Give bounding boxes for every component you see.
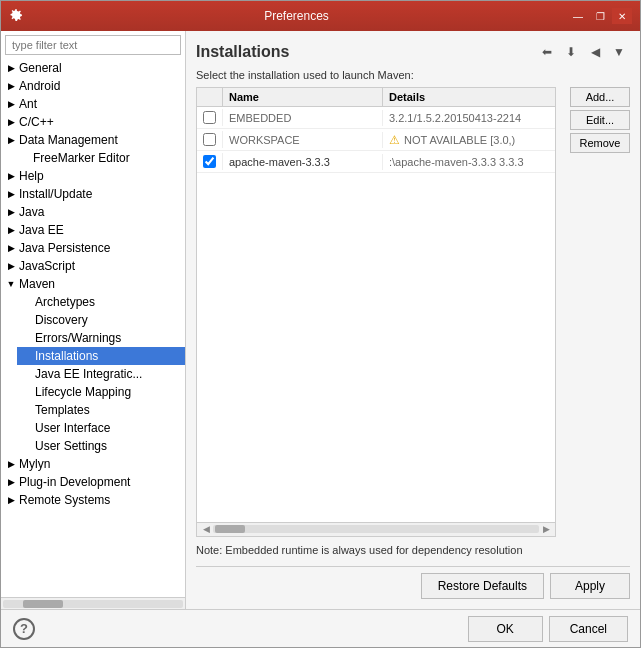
sidebar-item-templates[interactable]: Templates: [17, 401, 185, 419]
arrow-errors-warnings: [21, 332, 33, 344]
sidebar-item-freemarker[interactable]: FreeMarker Editor: [1, 149, 185, 167]
restore-button[interactable]: ❐: [590, 8, 610, 24]
arrow-templates: [21, 404, 33, 416]
h-scrollbar-thumb[interactable]: [215, 525, 245, 533]
sidebar-item-discovery[interactable]: Discovery: [17, 311, 185, 329]
add-button[interactable]: Add...: [570, 87, 630, 107]
tree-area: ▶ General ▶ Android ▶ Ant ▶ C/C++: [1, 59, 185, 597]
table-row[interactable]: EMBEDDED 3.2.1/1.5.2.20150413-2214: [197, 107, 555, 129]
scroll-right-button[interactable]: ▶: [539, 524, 553, 534]
close-button[interactable]: ✕: [612, 8, 632, 24]
sidebar-item-archetypes[interactable]: Archetypes: [17, 293, 185, 311]
arrow-maven: ▼: [5, 278, 17, 290]
sidebar-item-java[interactable]: ▶ Java: [1, 203, 185, 221]
apply-button[interactable]: Apply: [550, 573, 630, 599]
sidebar-item-data-management[interactable]: ▶ Data Management: [1, 131, 185, 149]
remove-button[interactable]: Remove: [570, 133, 630, 153]
table-header: Name Details: [197, 88, 555, 107]
edit-button[interactable]: Edit...: [570, 110, 630, 130]
arrow-general: ▶: [5, 62, 17, 74]
sidebar-item-android[interactable]: ▶ Android: [1, 77, 185, 95]
row2-check[interactable]: [197, 131, 223, 148]
sidebar-item-ant[interactable]: ▶ Ant: [1, 95, 185, 113]
window-controls: — ❐ ✕: [568, 8, 632, 24]
sidebar-item-maven[interactable]: ▼ Maven: [1, 275, 185, 293]
sidebar-item-user-interface[interactable]: User Interface: [17, 419, 185, 437]
minimize-button[interactable]: —: [568, 8, 588, 24]
footer: ? OK Cancel: [1, 609, 640, 647]
arrow-javascript: ▶: [5, 260, 17, 272]
row1-checkbox[interactable]: [203, 111, 216, 124]
arrow-java-persistence: ▶: [5, 242, 17, 254]
arrow-mylyn: ▶: [5, 458, 17, 470]
back-button[interactable]: ⬅: [536, 41, 558, 63]
arrow-archetypes: [21, 296, 33, 308]
window-title: Preferences: [25, 9, 568, 23]
sidebar-scrollbar-track[interactable]: [3, 600, 183, 608]
row1-check[interactable]: [197, 109, 223, 126]
sidebar-item-remote-systems[interactable]: ▶ Remote Systems: [1, 491, 185, 509]
help-button[interactable]: ?: [13, 618, 35, 640]
sidebar-item-java-ee[interactable]: ▶ Java EE: [1, 221, 185, 239]
sidebar-item-install-update[interactable]: ▶ Install/Update: [1, 185, 185, 203]
table-body: EMBEDDED 3.2.1/1.5.2.20150413-2214 WORKS…: [197, 107, 555, 522]
nav-down-button[interactable]: ▼: [608, 41, 630, 63]
arrow-android: ▶: [5, 80, 17, 92]
row2-checkbox[interactable]: [203, 133, 216, 146]
col-name: Name: [223, 88, 383, 106]
installations-table: Name Details EMBEDDED 3.2.1/1.5.2.201504…: [196, 87, 556, 537]
ok-button[interactable]: OK: [468, 616, 543, 642]
arrow-java: ▶: [5, 206, 17, 218]
sidebar-item-general[interactable]: ▶ General: [1, 59, 185, 77]
sidebar-item-installations[interactable]: Installations: [17, 347, 185, 365]
arrow-java-ee: ▶: [5, 224, 17, 236]
sidebar-item-plugin-dev[interactable]: ▶ Plug-in Development: [1, 473, 185, 491]
sidebar-item-javascript[interactable]: ▶ JavaScript: [1, 257, 185, 275]
sidebar-item-java-persistence[interactable]: ▶ Java Persistence: [1, 239, 185, 257]
sidebar-item-cpp[interactable]: ▶ C/C++: [1, 113, 185, 131]
main-content: ▶ General ▶ Android ▶ Ant ▶ C/C++: [1, 31, 640, 609]
preferences-window: Preferences — ❐ ✕ ▶ General ▶ Android: [0, 0, 641, 648]
row3-check[interactable]: [197, 153, 223, 170]
scroll-left-button[interactable]: ◀: [199, 524, 213, 534]
nav-left-button[interactable]: ◀: [584, 41, 606, 63]
sidebar-item-errors-warnings[interactable]: Errors/Warnings: [17, 329, 185, 347]
arrow-plugin-dev: ▶: [5, 476, 17, 488]
sidebar-item-lifecycle-mapping[interactable]: Lifecycle Mapping: [17, 383, 185, 401]
cancel-button[interactable]: Cancel: [549, 616, 628, 642]
maven-children: Archetypes Discovery Errors/Warnings Ins…: [1, 293, 185, 455]
sidebar-item-help[interactable]: ▶ Help: [1, 167, 185, 185]
gear-icon: [9, 8, 25, 24]
warning-icon: ⚠: [389, 133, 400, 147]
arrow-discovery: [21, 314, 33, 326]
sidebar-item-user-settings[interactable]: User Settings: [17, 437, 185, 455]
sidebar-scrollbar-thumb[interactable]: [23, 600, 63, 608]
arrow-remote-systems: ▶: [5, 494, 17, 506]
arrow-install: ▶: [5, 188, 17, 200]
row1-details: 3.2.1/1.5.2.20150413-2214: [383, 110, 555, 126]
arrow-installations: [21, 350, 33, 362]
sidebar-item-mylyn[interactable]: ▶ Mylyn: [1, 455, 185, 473]
arrow-freemarker: [19, 152, 31, 164]
row2-details: ⚠ NOT AVAILABLE [3.0,): [383, 131, 555, 149]
arrow-data-mgmt: ▶: [5, 134, 17, 146]
arrow-help: ▶: [5, 170, 17, 182]
horizontal-scrollbar[interactable]: ◀ ▶: [197, 522, 555, 536]
table-with-buttons: Name Details EMBEDDED 3.2.1/1.5.2.201504…: [196, 87, 630, 537]
table-row[interactable]: WORKSPACE ⚠ NOT AVAILABLE [3.0,): [197, 129, 555, 151]
row1-name: EMBEDDED: [223, 110, 383, 126]
arrow-user-interface: [21, 422, 33, 434]
forward-button[interactable]: ⬇: [560, 41, 582, 63]
right-panel: Installations ⬅ ⬇ ◀ ▼ Select the install…: [186, 31, 640, 609]
row3-checkbox[interactable]: [203, 155, 216, 168]
row2-name: WORKSPACE: [223, 132, 383, 148]
filter-input[interactable]: [5, 35, 181, 55]
panel-header: Installations ⬅ ⬇ ◀ ▼: [196, 41, 630, 63]
sidebar-scrollbar[interactable]: [1, 597, 185, 609]
restore-defaults-button[interactable]: Restore Defaults: [421, 573, 544, 599]
h-scrollbar-track[interactable]: [213, 525, 539, 533]
arrow-java-ee-int: [21, 368, 33, 380]
arrow-ant: ▶: [5, 98, 17, 110]
sidebar-item-java-ee-integration[interactable]: Java EE Integratic...: [17, 365, 185, 383]
table-row[interactable]: apache-maven-3.3.3 :\apache-maven-3.3.3 …: [197, 151, 555, 173]
